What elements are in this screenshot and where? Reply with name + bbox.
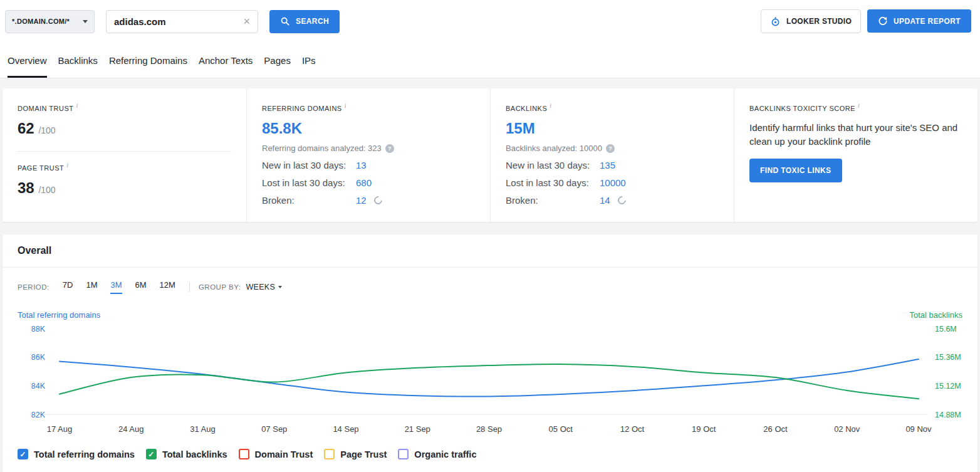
left-axis-tick: 84K [31,382,46,391]
x-axis-label: 17 Aug [47,424,73,434]
domain-trust-score: 62 /100 [18,120,231,137]
trust-column: DOMAIN TRUST i 62 /100 PAGE TRUST i 38 /… [3,88,246,222]
legend-item-domain-trust[interactable]: Domain Trust [239,449,313,459]
checkbox-unchecked-icon[interactable] [398,449,409,459]
referring-domains-label: REFERRING DOMAINS [262,105,342,112]
legend-label: Organic traffic [414,449,476,459]
clear-search-icon[interactable]: × [243,16,250,27]
x-axis-label: 26 Oct [763,424,788,434]
series-line [60,364,919,399]
tab-overview[interactable]: Overview [8,43,47,78]
stat-value-link[interactable]: 14 [600,195,610,206]
tab-referring-domains[interactable]: Referring Domains [109,43,187,78]
tab-ips[interactable]: IPs [302,43,316,78]
main-tabs: Overview Backlinks Referring Domains Anc… [0,43,980,78]
checkbox-checked-icon[interactable] [18,449,28,459]
tab-anchor-texts[interactable]: Anchor Texts [199,43,253,78]
toxicity-label: BACKLINKS TOXICITY SCORE [749,105,855,112]
update-report-button[interactable]: UPDATE REPORT [867,9,971,33]
find-toxic-links-button[interactable]: FIND TOXIC LINKS [749,159,842,182]
help-icon[interactable]: ? [385,144,394,153]
left-axis-title: Total referring domains [18,310,100,320]
search-button[interactable]: SEARCH [269,10,340,33]
toxicity-description: Identify harmful links that hurt your si… [749,121,962,149]
page-trust-header: PAGE TRUST i [18,164,231,172]
loading-spinner-icon [372,194,383,206]
info-icon[interactable]: i [76,102,78,109]
info-icon[interactable]: i [858,102,860,109]
stat-value-link[interactable]: 12 [356,195,367,206]
group-by-select[interactable]: WEEKS [246,283,282,291]
legend-item-page-trust[interactable]: Page Trust [324,449,387,459]
stat-value-link[interactable]: 13 [356,160,367,170]
chart-controls: PERIOD: 7D 1M 3M 6M 12M GROUP BY: WEEKS [3,268,977,294]
right-axis-tick: 15.12M [935,382,961,391]
stat-label: Lost in last 30 days: [506,177,600,188]
domain-pattern-value: *.DOMAIN.COM/* [12,18,70,25]
legend-item-organic-traffic[interactable]: Organic traffic [398,449,476,459]
info-icon[interactable]: i [66,162,68,169]
help-icon[interactable]: ? [606,144,615,153]
tab-pages[interactable]: Pages [264,43,291,78]
stat-value-link[interactable]: 10000 [600,177,626,188]
legend-label: Total backlinks [162,449,227,459]
toxicity-header: BACKLINKS TOXICITY SCORE i [749,105,962,112]
legend-label: Page Trust [340,449,387,459]
axis-titles: Total referring domains Total backlinks [3,294,977,323]
tab-backlinks[interactable]: Backlinks [58,43,98,78]
x-axis-label: 24 Aug [118,424,144,434]
right-axis-title: Total backlinks [909,310,962,320]
overall-title: Overall [3,234,977,268]
page-trust-score: 38 /100 [18,179,231,197]
period-1m[interactable]: 1M [86,280,97,294]
stat-label: Broken: [506,195,600,206]
backlinks-value[interactable]: 15M [506,120,719,137]
chart-area: 88K86K84K82K15.6M15.36M15.12M14.88M17 Au… [3,323,977,440]
period-6m[interactable]: 6M [135,280,147,294]
x-axis-label: 31 Aug [190,424,216,434]
page-trust-label: PAGE TRUST [18,164,64,172]
stat-value-link[interactable]: 680 [356,177,372,188]
looker-studio-label: LOOKER STUDIO [786,17,852,26]
search-icon [280,16,290,26]
page-trust-max: /100 [38,185,55,195]
referring-domains-analyzed: Referring domains analyzed: 323 ? [262,144,475,153]
x-axis-label: 14 Sep [333,424,358,434]
looker-studio-button[interactable]: LOOKER STUDIO [761,9,861,33]
page-trust-value: 38 [18,179,34,196]
referring-domains-value[interactable]: 85.8K [262,120,475,137]
period-3m[interactable]: 3M [110,280,122,294]
legend-item-backlinks[interactable]: Total backlinks [146,449,227,459]
x-axis-label: 12 Oct [620,424,645,434]
period-7d[interactable]: 7D [63,280,73,294]
backlinks-header: BACKLINKS i [506,105,719,112]
overall-card: Overall PERIOD: 7D 1M 3M 6M 12M GROUP BY… [3,234,977,472]
looker-studio-icon [770,16,781,27]
info-icon[interactable]: i [550,102,551,109]
period-label: PERIOD: [18,283,50,291]
stat-row-new: New in last 30 days: 135 [506,160,719,170]
domain-pattern-select[interactable]: *.DOMAIN.COM/* [5,10,95,33]
topbar-actions: LOOKER STUDIO UPDATE REPORT [761,9,975,33]
legend-item-referring-domains[interactable]: Total referring domains [18,449,135,459]
backlinks-analyzed-text: Backlinks analyzed: 10000 [506,144,602,153]
topbar: *.DOMAIN.COM/* × SEARCH LOOKER STUDIO UP [0,0,980,43]
x-axis-label: 28 Sep [476,424,502,434]
referring-domains-analyzed-text: Referring domains analyzed: 323 [262,144,382,153]
backlinks-analyzed: Backlinks analyzed: 10000 ? [506,144,719,153]
metrics-card: DOMAIN TRUST i 62 /100 PAGE TRUST i 38 /… [3,88,977,222]
search-box[interactable]: × [106,10,258,33]
checkbox-unchecked-icon[interactable] [324,449,335,459]
checkbox-unchecked-icon[interactable] [239,449,249,459]
stat-value-link[interactable]: 135 [600,160,615,170]
search-button-label: SEARCH [296,17,329,26]
search-input[interactable] [114,16,243,27]
backlinks-label: BACKLINKS [506,105,547,112]
stat-row-broken: Broken: 12 [262,195,475,206]
period-12m[interactable]: 12M [160,280,175,294]
info-icon[interactable]: i [345,102,347,109]
stat-row-new: New in last 30 days: 13 [262,160,475,170]
domain-trust-block: DOMAIN TRUST i 62 /100 [18,105,231,152]
right-axis-tick: 14.88M [935,411,961,419]
checkbox-checked-icon[interactable] [146,449,157,459]
